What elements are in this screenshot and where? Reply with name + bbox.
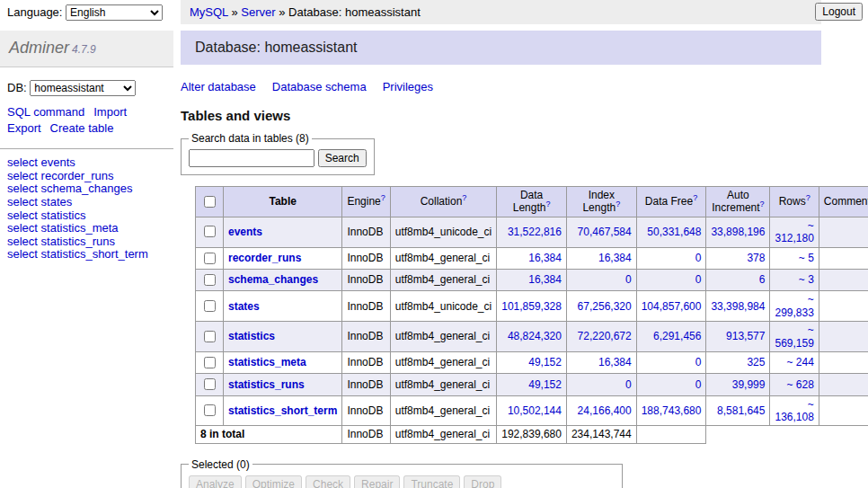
total-index-length: 234,143,744 (566, 426, 636, 443)
cell-engine: InnoDB (342, 269, 390, 290)
rows-link[interactable]: ~ 244 (786, 356, 813, 368)
rows-link[interactable]: ~ 3 (799, 273, 814, 286)
link-select-events[interactable]: select events (7, 155, 75, 169)
table-link-statistics-runs[interactable]: statistics_runs (228, 378, 305, 391)
data-length-link[interactable]: 49,152 (528, 378, 562, 391)
table-link-events[interactable]: events (228, 226, 262, 238)
cell-comment (819, 351, 868, 373)
index-length-link[interactable]: 0 (625, 378, 632, 391)
rows-link[interactable]: ~ 299,833 (775, 293, 813, 318)
row-checkbox[interactable] (204, 300, 216, 312)
data-free-link[interactable]: 6,291,456 (653, 330, 701, 342)
app-title: Adminer4.7.9 (0, 31, 173, 67)
link-select-recorder-runs[interactable]: select recorder_runs (7, 169, 114, 182)
data-length-link[interactable]: 49,152 (528, 356, 562, 368)
help-icon[interactable]: ? (693, 193, 697, 202)
data-free-link[interactable]: 50,331,648 (647, 226, 701, 238)
help-icon[interactable]: ? (616, 200, 620, 209)
rows-link[interactable]: ~ 312,180 (775, 219, 813, 244)
data-free-link[interactable]: 0 (695, 378, 702, 391)
table-link-states[interactable]: states (228, 300, 260, 313)
table-link-statistics-short-term[interactable]: statistics_short_term (228, 404, 337, 417)
column-header-data-free: Data Free? (636, 187, 706, 217)
breadcrumb-mysql[interactable]: MySQL (190, 5, 228, 19)
rows-link[interactable]: ~ 5 (799, 252, 814, 264)
index-length-link[interactable]: 16,384 (598, 356, 632, 368)
select-all-checkbox[interactable] (204, 196, 216, 208)
data-free-link[interactable]: 104,857,600 (642, 300, 702, 313)
index-length-link[interactable]: 70,467,584 (578, 226, 632, 238)
cell-rows: ~ 628 (770, 374, 819, 395)
index-length-link[interactable]: 72,220,672 (578, 330, 632, 342)
data-length-link[interactable]: 10,502,144 (508, 404, 562, 417)
sidebar-table-item: select schema_changes (7, 182, 166, 195)
link-select-schema-changes[interactable]: select schema_changes (7, 182, 132, 195)
rows-link[interactable]: ~ 569,159 (775, 324, 813, 349)
row-checkbox[interactable] (204, 253, 216, 264)
index-length-link[interactable]: 24,166,400 (578, 404, 632, 417)
help-icon[interactable]: ? (806, 193, 810, 202)
index-length-link[interactable]: 0 (625, 273, 632, 286)
index-length-link[interactable]: 67,256,320 (578, 300, 632, 313)
auto-increment-link[interactable]: 378 (747, 252, 765, 264)
action-privileges[interactable]: Privileges (383, 80, 433, 93)
action-database-schema[interactable]: Database schema (272, 80, 367, 93)
data-free-link[interactable]: 188,743,680 (642, 404, 702, 417)
language-select[interactable]: English (66, 4, 163, 21)
data-length-link[interactable]: 48,824,320 (508, 330, 562, 342)
data-length-link[interactable]: 16,384 (528, 252, 562, 264)
auto-increment-link[interactable]: 33,898,196 (711, 226, 765, 238)
auto-increment-link[interactable]: 8,581,645 (717, 404, 765, 417)
data-free-link[interactable]: 0 (695, 273, 702, 286)
logout-button[interactable]: Logout (815, 3, 863, 21)
row-checkbox[interactable] (204, 274, 216, 286)
help-icon[interactable]: ? (381, 193, 385, 202)
link-select-statistics-short-term[interactable]: select statistics_short_term (7, 247, 148, 261)
help-icon[interactable]: ? (545, 200, 550, 209)
search-button[interactable]: Search (318, 149, 367, 167)
link-select-states[interactable]: select states (7, 195, 72, 209)
search-input[interactable] (189, 149, 314, 167)
auto-increment-link[interactable]: 325 (747, 356, 765, 368)
data-length-link[interactable]: 16,384 (528, 273, 562, 286)
link-select-statistics[interactable]: select statistics (7, 209, 85, 222)
link-select-statistics-runs[interactable]: select statistics_runs (7, 235, 115, 248)
sidebar-link-create-table[interactable]: Create table (50, 121, 114, 135)
repair-button[interactable]: Repair (354, 475, 400, 488)
action-alter-database[interactable]: Alter database (181, 80, 256, 93)
optimize-button[interactable]: Optimize (245, 475, 302, 488)
truncate-button[interactable]: Truncate (403, 475, 460, 488)
link-select-statistics-meta[interactable]: select statistics_meta (7, 221, 119, 235)
data-free-link[interactable]: 0 (695, 356, 702, 368)
check-button[interactable]: Check (306, 475, 350, 488)
rows-link[interactable]: ~ 628 (786, 378, 813, 391)
row-checkbox[interactable] (204, 226, 216, 237)
data-length-link[interactable]: 101,859,328 (501, 300, 562, 313)
auto-increment-link[interactable]: 913,577 (726, 330, 765, 342)
auto-increment-link[interactable]: 33,398,984 (711, 300, 765, 313)
row-checkbox[interactable] (204, 378, 216, 390)
row-checkbox[interactable] (204, 331, 216, 342)
rows-link[interactable]: ~ 136,108 (775, 398, 813, 423)
table-link-statistics-meta[interactable]: statistics_meta (228, 356, 306, 368)
analyze-button[interactable]: Analyze (189, 475, 242, 488)
auto-increment-link[interactable]: 39,999 (732, 378, 766, 391)
data-free-link[interactable]: 0 (695, 252, 702, 264)
row-checkbox[interactable] (204, 404, 216, 416)
cell-data-free: 104,857,600 (636, 291, 706, 322)
breadcrumb-server[interactable]: Server (241, 5, 275, 19)
table-link-recorder-runs[interactable]: recorder_runs (228, 252, 301, 264)
sidebar-link-sql-command[interactable]: SQL command (7, 105, 84, 119)
index-length-link[interactable]: 16,384 (598, 252, 632, 264)
data-length-link[interactable]: 31,522,816 (508, 226, 562, 238)
sidebar-link-export[interactable]: Export (7, 121, 41, 135)
drop-button[interactable]: Drop (464, 475, 501, 488)
db-select[interactable]: homeassistant (30, 80, 136, 96)
row-checkbox[interactable] (204, 357, 216, 368)
sidebar-link-import[interactable]: Import (93, 105, 127, 119)
help-icon[interactable]: ? (462, 193, 466, 202)
help-icon[interactable]: ? (760, 200, 765, 209)
table-link-schema-changes[interactable]: schema_changes (228, 273, 318, 286)
auto-increment-link[interactable]: 6 (759, 273, 766, 286)
table-link-statistics[interactable]: statistics (228, 330, 275, 342)
